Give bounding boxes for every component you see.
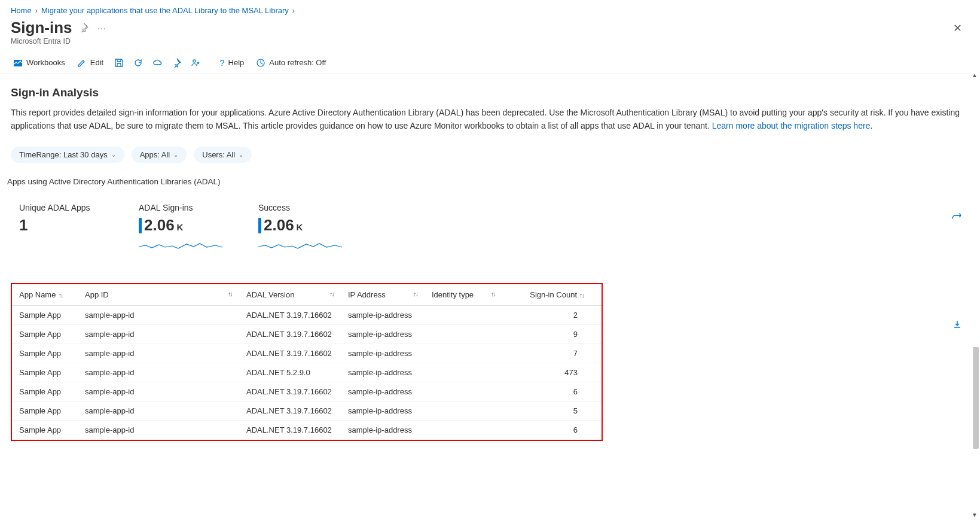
cell-signin-count: 9 <box>502 325 602 344</box>
sort-icon: ↑↓ <box>329 290 334 297</box>
metric-success: Success 2.06 K <box>258 203 342 253</box>
metric-value: 1 <box>19 216 28 235</box>
col-header-adal-version[interactable]: ADAL Version↑↓ <box>239 284 341 306</box>
cell-signin-count: 7 <box>502 344 602 363</box>
table-row[interactable]: Sample App sample-app-id ADAL.NET 3.19.7… <box>12 402 602 421</box>
cell-ip-address: sample-ip-address <box>341 325 425 344</box>
more-icon[interactable]: ··· <box>96 22 108 34</box>
metric-unique-apps: Unique ADAL Apps 1 <box>19 203 103 253</box>
header-label: App ID <box>85 290 109 299</box>
adal-apps-table-wrap: App Name↑↓ App ID↑↓ ADAL Version↑↓ IP Ad… <box>11 283 603 441</box>
col-header-signin-count[interactable]: Sign-in Count↑↓ <box>502 284 602 306</box>
scrollbar[interactable]: ▲ ▼ <box>970 72 980 441</box>
undo-button[interactable] <box>951 211 962 223</box>
pin-dashboard-button[interactable] <box>168 56 185 70</box>
cell-app-name: Sample App <box>12 325 78 344</box>
cell-ip-address: sample-ip-address <box>341 363 425 382</box>
download-button[interactable] <box>952 320 962 331</box>
pencil-icon <box>77 58 87 68</box>
workbooks-button[interactable]: Workbooks <box>8 56 70 70</box>
page-subtitle: Microsoft Entra ID <box>0 37 980 51</box>
filter-timerange[interactable]: TimeRange: Last 30 days ⌄ <box>11 147 124 163</box>
scroll-up-icon[interactable]: ▲ <box>970 72 979 80</box>
col-header-identity-type[interactable]: Identity type↑↓ <box>425 284 502 306</box>
col-header-app-id[interactable]: App ID↑↓ <box>78 284 239 306</box>
col-header-app-name[interactable]: App Name↑↓ <box>12 284 78 306</box>
section-title: Sign-in Analysis <box>11 86 969 99</box>
adal-apps-table: App Name↑↓ App ID↑↓ ADAL Version↑↓ IP Ad… <box>12 284 602 440</box>
cell-adal-version: ADAL.NET 3.19.7.16602 <box>239 382 341 402</box>
cell-adal-version: ADAL.NET 3.19.7.16602 <box>239 421 341 440</box>
filter-users[interactable]: Users: All ⌄ <box>194 147 252 163</box>
workbooks-label: Workbooks <box>26 58 65 67</box>
help-button[interactable]: ? Help <box>215 55 249 70</box>
header-label: Sign-in Count <box>530 290 577 299</box>
cell-adal-version: ADAL.NET 5.2.9.0 <box>239 363 341 382</box>
cell-identity-type <box>425 402 502 421</box>
section-description: This report provides detailed sign-in in… <box>11 107 969 132</box>
page-title: Sign-ins <box>11 19 72 37</box>
cell-app-name: Sample App <box>12 363 78 382</box>
metric-suffix: K <box>177 222 184 232</box>
breadcrumb: Home › Migrate your applications that us… <box>0 0 980 17</box>
cell-app-id: sample-app-id <box>78 402 239 421</box>
metric-accent-bar <box>258 218 261 233</box>
auto-refresh-label: Auto refresh: Off <box>269 58 326 67</box>
toolbar: Workbooks Edit ? Help Auto refresh: Off <box>0 51 980 74</box>
chevron-down-icon: ⌄ <box>111 151 116 158</box>
header-label: ADAL Version <box>246 290 294 299</box>
pin-icon[interactable] <box>78 22 90 34</box>
cell-app-name: Sample App <box>12 421 78 440</box>
cell-app-name: Sample App <box>12 382 78 402</box>
table-row[interactable]: Sample App sample-app-id ADAL.NET 3.19.7… <box>12 382 602 402</box>
auto-refresh-button[interactable]: Auto refresh: Off <box>251 56 331 70</box>
scroll-thumb[interactable] <box>973 347 979 441</box>
share-button[interactable] <box>149 56 166 70</box>
header-label: Identity type <box>432 290 474 299</box>
sort-icon: ↑↓ <box>491 290 495 297</box>
chevron-down-icon: ⌄ <box>173 151 178 158</box>
save-icon <box>114 58 124 68</box>
close-icon[interactable]: ✕ <box>953 22 969 35</box>
cell-app-name: Sample App <box>12 306 78 325</box>
people-button[interactable] <box>187 56 204 70</box>
metric-label: Unique ADAL Apps <box>19 203 103 212</box>
table-header-row: App Name↑↓ App ID↑↓ ADAL Version↑↓ IP Ad… <box>12 284 602 306</box>
sort-icon: ↑↓ <box>413 290 417 297</box>
chevron-right-icon: › <box>35 6 38 15</box>
cell-identity-type <box>425 325 502 344</box>
cell-identity-type <box>425 306 502 325</box>
breadcrumb-home[interactable]: Home <box>11 6 32 15</box>
save-button[interactable] <box>111 56 127 70</box>
sort-icon: ↑↓ <box>579 291 584 299</box>
cell-adal-version: ADAL.NET 3.19.7.16602 <box>239 344 341 363</box>
edit-label: Edit <box>90 58 103 67</box>
cell-signin-count: 6 <box>502 382 602 402</box>
metric-accent-bar <box>139 218 142 233</box>
table-row[interactable]: Sample App sample-app-id ADAL.NET 3.19.7… <box>12 306 602 325</box>
metric-suffix: K <box>297 222 303 232</box>
col-header-ip-address[interactable]: IP Address↑↓ <box>341 284 425 306</box>
refresh-button[interactable] <box>130 56 146 70</box>
cell-app-name: Sample App <box>12 402 78 421</box>
table-row[interactable]: Sample App sample-app-id ADAL.NET 3.19.7… <box>12 421 602 440</box>
table-row[interactable]: Sample App sample-app-id ADAL.NET 3.19.7… <box>12 344 602 363</box>
title-row: Sign-ins ··· ✕ <box>0 17 980 37</box>
cell-adal-version: ADAL.NET 3.19.7.16602 <box>239 402 341 421</box>
cell-identity-type <box>425 344 502 363</box>
undo-icon <box>951 211 962 221</box>
sort-icon: ↑↓ <box>228 290 232 297</box>
cell-ip-address: sample-ip-address <box>341 382 425 402</box>
cell-signin-count: 5 <box>502 402 602 421</box>
cell-identity-type <box>425 421 502 440</box>
learn-more-link[interactable]: Learn more about the migration steps her… <box>712 121 871 130</box>
cell-app-id: sample-app-id <box>78 325 239 344</box>
filter-apps[interactable]: Apps: All ⌄ <box>132 147 187 163</box>
breadcrumb-migrate[interactable]: Migrate your applications that use the A… <box>41 6 289 15</box>
metric-value: 2.06 <box>264 216 294 235</box>
table-row[interactable]: Sample App sample-app-id ADAL.NET 5.2.9.… <box>12 363 602 382</box>
edit-button[interactable]: Edit <box>72 56 108 70</box>
sparkline-icon <box>258 238 342 251</box>
cell-identity-type <box>425 382 502 402</box>
table-row[interactable]: Sample App sample-app-id ADAL.NET 3.19.7… <box>12 325 602 344</box>
